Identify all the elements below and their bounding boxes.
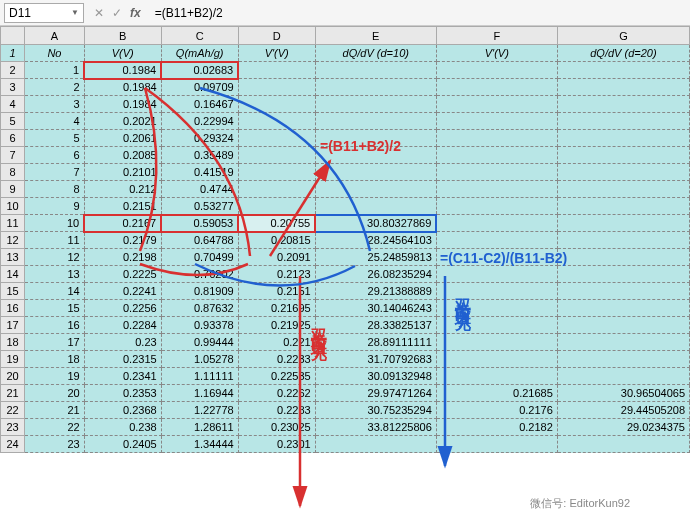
cell[interactable]: 30.96504065	[557, 385, 689, 402]
formula-input[interactable]: =(B11+B2)/2	[151, 6, 686, 20]
cell[interactable]: 0.20815	[238, 232, 315, 249]
cell[interactable]	[557, 113, 689, 130]
cell[interactable]	[557, 181, 689, 198]
cell[interactable]	[238, 96, 315, 113]
cell[interactable]: 0.2301	[238, 436, 315, 453]
cell[interactable]	[436, 164, 557, 181]
cell[interactable]: 0.2179	[84, 232, 161, 249]
cell[interactable]: 0.76202	[161, 266, 238, 283]
row-header[interactable]: 21	[1, 385, 25, 402]
cell[interactable]: 21	[25, 402, 84, 419]
cell[interactable]	[315, 164, 436, 181]
col-header[interactable]: F	[436, 27, 557, 45]
cell[interactable]: 0.21925	[238, 317, 315, 334]
row-header[interactable]: 16	[1, 300, 25, 317]
row-header[interactable]: 14	[1, 266, 25, 283]
cell[interactable]: No	[25, 45, 84, 62]
cell[interactable]: 0.212	[84, 181, 161, 198]
cell[interactable]	[557, 351, 689, 368]
cell[interactable]: 0.2315	[84, 351, 161, 368]
cell[interactable]: 11	[25, 232, 84, 249]
row-header[interactable]: 1	[1, 45, 25, 62]
name-box[interactable]: D11 ▼	[4, 3, 84, 23]
row-header[interactable]: 24	[1, 436, 25, 453]
cell[interactable]: 29.21388889	[315, 283, 436, 300]
cell[interactable]: 0.2061	[84, 130, 161, 147]
cell[interactable]: 19	[25, 368, 84, 385]
cell[interactable]	[557, 334, 689, 351]
cell[interactable]: 1.16944	[161, 385, 238, 402]
cell[interactable]: 7	[25, 164, 84, 181]
row-header[interactable]: 2	[1, 62, 25, 79]
cell[interactable]: 1.11111	[161, 368, 238, 385]
cell[interactable]: 28.24564103	[315, 232, 436, 249]
row-header[interactable]: 3	[1, 79, 25, 96]
cell[interactable]: 30.80327869	[315, 215, 436, 232]
cell[interactable]: 26.08235294	[315, 266, 436, 283]
cell[interactable]	[436, 147, 557, 164]
cell[interactable]: 25.24859813	[315, 249, 436, 266]
cell[interactable]	[436, 232, 557, 249]
cell[interactable]: 0.2123	[238, 266, 315, 283]
cell[interactable]: 1	[25, 62, 84, 79]
cell[interactable]: 30.09132948	[315, 368, 436, 385]
col-header[interactable]: A	[25, 27, 84, 45]
cell[interactable]	[238, 79, 315, 96]
cell[interactable]	[436, 215, 557, 232]
cell[interactable]: 3	[25, 96, 84, 113]
cell[interactable]: 2	[25, 79, 84, 96]
cell[interactable]: 0.23025	[238, 419, 315, 436]
cell[interactable]: 1.05278	[161, 351, 238, 368]
cell[interactable]: 0.238	[84, 419, 161, 436]
cell[interactable]	[557, 79, 689, 96]
cell[interactable]: 0.2198	[84, 249, 161, 266]
row-header[interactable]: 15	[1, 283, 25, 300]
cell[interactable]: 0.2283	[238, 402, 315, 419]
cell[interactable]: 20	[25, 385, 84, 402]
cell[interactable]	[557, 436, 689, 453]
cell[interactable]: 28.33825137	[315, 317, 436, 334]
cell[interactable]: 30.75235294	[315, 402, 436, 419]
cell[interactable]: dQ/dV (d=10)	[315, 45, 436, 62]
cell[interactable]: Q(mAh/g)	[161, 45, 238, 62]
row-header[interactable]: 13	[1, 249, 25, 266]
accept-icon[interactable]: ✓	[112, 6, 122, 20]
cell[interactable]: V'(V)	[436, 45, 557, 62]
cell[interactable]	[238, 181, 315, 198]
cell[interactable]: 5	[25, 130, 84, 147]
row-header[interactable]: 19	[1, 351, 25, 368]
cell[interactable]	[315, 96, 436, 113]
cell[interactable]	[238, 198, 315, 215]
cell[interactable]	[315, 79, 436, 96]
cell[interactable]: 0.41519	[161, 164, 238, 181]
row-header[interactable]: 23	[1, 419, 25, 436]
row-header[interactable]: 20	[1, 368, 25, 385]
cell[interactable]: 0.53277	[161, 198, 238, 215]
cell[interactable]	[557, 164, 689, 181]
cell[interactable]: 0.2182	[436, 419, 557, 436]
cell[interactable]	[557, 130, 689, 147]
cell[interactable]	[436, 113, 557, 130]
cell[interactable]: 0.87632	[161, 300, 238, 317]
cell[interactable]: 0.2262	[238, 385, 315, 402]
row-header[interactable]: 4	[1, 96, 25, 113]
row-header[interactable]: 9	[1, 181, 25, 198]
cell[interactable]: 8	[25, 181, 84, 198]
cell[interactable]: V'(V)	[238, 45, 315, 62]
cell[interactable]	[238, 113, 315, 130]
cell[interactable]: 0.2176	[436, 402, 557, 419]
cell[interactable]: 15	[25, 300, 84, 317]
cell[interactable]	[315, 436, 436, 453]
cell[interactable]: 29.44505208	[557, 402, 689, 419]
cell[interactable]: 18	[25, 351, 84, 368]
col-header[interactable]: C	[161, 27, 238, 45]
cell[interactable]: 0.2241	[84, 283, 161, 300]
cell[interactable]: 0.2225	[84, 266, 161, 283]
cell[interactable]	[557, 283, 689, 300]
cell[interactable]: 0.2284	[84, 317, 161, 334]
cell[interactable]	[436, 130, 557, 147]
cell[interactable]	[436, 317, 557, 334]
cell[interactable]: 6	[25, 147, 84, 164]
cell[interactable]: 0.22535	[238, 368, 315, 385]
cell[interactable]	[557, 96, 689, 113]
